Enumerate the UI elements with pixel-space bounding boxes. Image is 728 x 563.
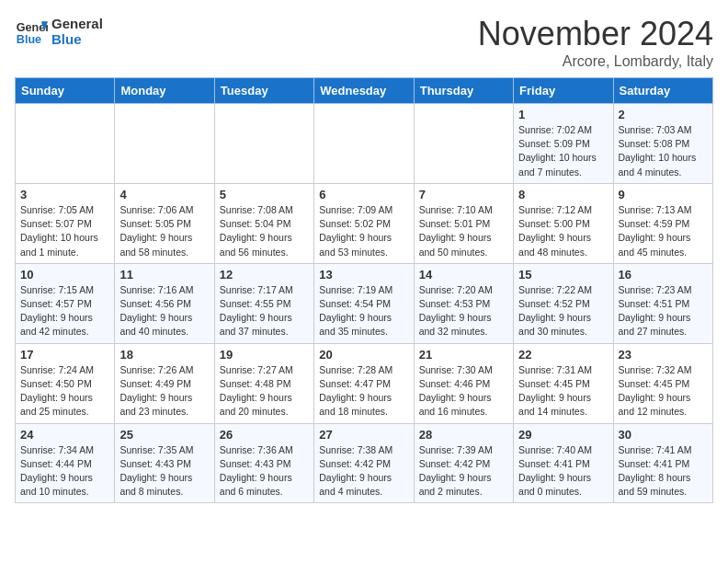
day-cell: 19Sunrise: 7:27 AM Sunset: 4:48 PM Dayli… (214, 343, 313, 423)
day-cell: 6Sunrise: 7:09 AM Sunset: 5:02 PM Daylig… (314, 183, 414, 263)
day-detail: Sunrise: 7:30 AM Sunset: 4:46 PM Dayligh… (419, 363, 508, 419)
day-cell: 23Sunrise: 7:32 AM Sunset: 4:45 PM Dayli… (613, 343, 712, 423)
weekday-header-row: SundayMondayTuesdayWednesdayThursdayFrid… (16, 78, 713, 104)
day-number: 24 (20, 428, 109, 442)
day-detail: Sunrise: 7:36 AM Sunset: 4:43 PM Dayligh… (220, 443, 309, 500)
day-detail: Sunrise: 7:32 AM Sunset: 4:45 PM Dayligh… (619, 363, 708, 419)
day-cell: 1Sunrise: 7:02 AM Sunset: 5:09 PM Daylig… (514, 104, 613, 184)
day-detail: Sunrise: 7:27 AM Sunset: 4:48 PM Dayligh… (220, 363, 309, 419)
weekday-header-wednesday: Wednesday (314, 78, 414, 104)
day-cell: 11Sunrise: 7:16 AM Sunset: 4:56 PM Dayli… (115, 263, 214, 343)
day-cell: 21Sunrise: 7:30 AM Sunset: 4:46 PM Dayli… (414, 343, 513, 423)
day-cell: 13Sunrise: 7:19 AM Sunset: 4:54 PM Dayli… (314, 263, 414, 343)
day-number: 8 (518, 188, 608, 201)
day-number: 4 (119, 188, 209, 201)
week-row-2: 3Sunrise: 7:05 AM Sunset: 5:07 PM Daylig… (16, 183, 713, 263)
day-detail: Sunrise: 7:24 AM Sunset: 4:50 PM Dayligh… (20, 363, 109, 419)
day-cell: 27Sunrise: 7:38 AM Sunset: 4:42 PM Dayli… (314, 423, 414, 503)
day-number: 12 (220, 268, 309, 282)
weekday-header-saturday: Saturday (613, 78, 712, 104)
day-detail: Sunrise: 7:20 AM Sunset: 4:53 PM Dayligh… (419, 283, 508, 339)
day-number: 9 (619, 188, 708, 201)
day-cell: 7Sunrise: 7:10 AM Sunset: 5:01 PM Daylig… (414, 183, 513, 263)
day-number: 18 (119, 348, 209, 362)
day-number: 26 (220, 428, 309, 442)
day-detail: Sunrise: 7:40 AM Sunset: 4:41 PM Dayligh… (518, 443, 608, 500)
day-detail: Sunrise: 7:19 AM Sunset: 4:54 PM Dayligh… (319, 283, 408, 339)
day-cell: 8Sunrise: 7:12 AM Sunset: 5:00 PM Daylig… (514, 183, 613, 263)
day-cell (414, 104, 513, 184)
day-cell: 29Sunrise: 7:40 AM Sunset: 4:41 PM Dayli… (514, 423, 613, 503)
day-number: 15 (518, 268, 608, 282)
day-cell (16, 104, 115, 184)
weekday-header-friday: Friday (514, 78, 613, 104)
day-number: 2 (619, 108, 708, 121)
day-cell: 25Sunrise: 7:35 AM Sunset: 4:43 PM Dayli… (115, 423, 214, 503)
day-detail: Sunrise: 7:23 AM Sunset: 4:51 PM Dayligh… (619, 283, 708, 339)
logo: General Blue General Blue (15, 15, 103, 48)
day-detail: Sunrise: 7:05 AM Sunset: 5:07 PM Dayligh… (20, 203, 109, 259)
day-number: 23 (619, 348, 708, 362)
day-number: 13 (319, 268, 408, 282)
day-number: 14 (419, 268, 508, 282)
day-detail: Sunrise: 7:06 AM Sunset: 5:05 PM Dayligh… (119, 203, 209, 259)
day-number: 19 (220, 348, 309, 362)
day-number: 5 (220, 188, 309, 201)
day-detail: Sunrise: 7:15 AM Sunset: 4:57 PM Dayligh… (20, 283, 109, 339)
day-number: 16 (619, 268, 708, 282)
day-cell (314, 104, 414, 184)
week-row-4: 17Sunrise: 7:24 AM Sunset: 4:50 PM Dayli… (16, 343, 713, 423)
day-cell (115, 104, 214, 184)
week-row-3: 10Sunrise: 7:15 AM Sunset: 4:57 PM Dayli… (16, 263, 713, 343)
logo-general: General (51, 16, 103, 31)
logo-icon: General Blue (15, 15, 48, 48)
weekday-header-tuesday: Tuesday (214, 78, 313, 104)
day-cell (214, 104, 313, 184)
day-cell: 22Sunrise: 7:31 AM Sunset: 4:45 PM Dayli… (514, 343, 613, 423)
day-detail: Sunrise: 7:22 AM Sunset: 4:52 PM Dayligh… (518, 283, 608, 339)
day-number: 11 (119, 268, 209, 282)
day-detail: Sunrise: 7:10 AM Sunset: 5:01 PM Dayligh… (419, 203, 508, 259)
day-detail: Sunrise: 7:08 AM Sunset: 5:04 PM Dayligh… (220, 203, 309, 259)
day-number: 21 (419, 348, 508, 362)
day-cell: 4Sunrise: 7:06 AM Sunset: 5:05 PM Daylig… (115, 183, 214, 263)
calendar-table: SundayMondayTuesdayWednesdayThursdayFrid… (15, 77, 713, 503)
day-detail: Sunrise: 7:16 AM Sunset: 4:56 PM Dayligh… (119, 283, 209, 339)
day-number: 7 (419, 188, 508, 201)
day-number: 10 (20, 268, 109, 282)
location-title: Arcore, Lombardy, Italy (478, 53, 713, 70)
day-cell: 17Sunrise: 7:24 AM Sunset: 4:50 PM Dayli… (16, 343, 115, 423)
day-detail: Sunrise: 7:39 AM Sunset: 4:42 PM Dayligh… (419, 443, 508, 500)
day-number: 25 (119, 428, 209, 442)
day-detail: Sunrise: 7:38 AM Sunset: 4:42 PM Dayligh… (319, 443, 408, 500)
day-number: 22 (518, 348, 608, 362)
day-detail: Sunrise: 7:12 AM Sunset: 5:00 PM Dayligh… (518, 203, 608, 259)
day-detail: Sunrise: 7:03 AM Sunset: 5:08 PM Dayligh… (619, 123, 708, 179)
day-cell: 3Sunrise: 7:05 AM Sunset: 5:07 PM Daylig… (16, 183, 115, 263)
week-row-1: 1Sunrise: 7:02 AM Sunset: 5:09 PM Daylig… (16, 104, 713, 184)
day-cell: 30Sunrise: 7:41 AM Sunset: 4:41 PM Dayli… (613, 423, 712, 503)
day-number: 29 (518, 428, 608, 442)
day-number: 27 (319, 428, 408, 442)
day-cell: 18Sunrise: 7:26 AM Sunset: 4:49 PM Dayli… (115, 343, 214, 423)
day-cell: 28Sunrise: 7:39 AM Sunset: 4:42 PM Dayli… (414, 423, 513, 503)
weekday-header-thursday: Thursday (414, 78, 513, 104)
title-block: November 2024 Arcore, Lombardy, Italy (478, 15, 713, 70)
day-detail: Sunrise: 7:02 AM Sunset: 5:09 PM Dayligh… (518, 123, 608, 179)
day-number: 28 (419, 428, 508, 442)
day-cell: 20Sunrise: 7:28 AM Sunset: 4:47 PM Dayli… (314, 343, 414, 423)
svg-text:Blue: Blue (17, 33, 41, 46)
weekday-header-monday: Monday (115, 78, 214, 104)
logo-blue: Blue (51, 31, 103, 47)
day-detail: Sunrise: 7:34 AM Sunset: 4:44 PM Dayligh… (20, 443, 109, 500)
weekday-header-sunday: Sunday (16, 78, 115, 104)
day-number: 30 (619, 428, 708, 442)
day-cell: 24Sunrise: 7:34 AM Sunset: 4:44 PM Dayli… (16, 423, 115, 503)
day-detail: Sunrise: 7:13 AM Sunset: 4:59 PM Dayligh… (619, 203, 708, 259)
day-detail: Sunrise: 7:28 AM Sunset: 4:47 PM Dayligh… (319, 363, 408, 419)
day-cell: 14Sunrise: 7:20 AM Sunset: 4:53 PM Dayli… (414, 263, 513, 343)
day-detail: Sunrise: 7:31 AM Sunset: 4:45 PM Dayligh… (518, 363, 608, 419)
month-title: November 2024 (478, 15, 713, 53)
day-detail: Sunrise: 7:41 AM Sunset: 4:41 PM Dayligh… (619, 443, 708, 500)
day-detail: Sunrise: 7:35 AM Sunset: 4:43 PM Dayligh… (119, 443, 209, 500)
